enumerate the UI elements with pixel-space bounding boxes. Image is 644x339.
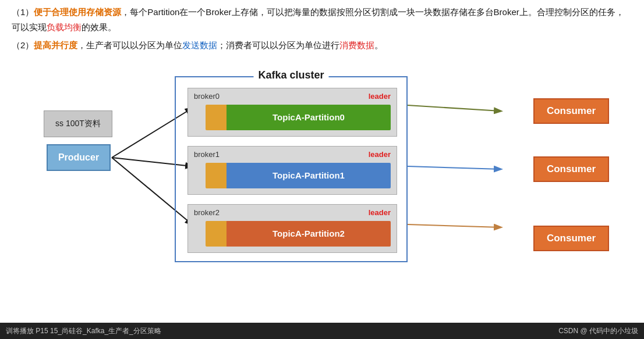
partition-box-1: TopicA-Partition1 — [206, 163, 391, 188]
para1-highlight2: 负载均衡 — [47, 22, 82, 32]
svg-line-4 — [408, 166, 501, 169]
para1-suffix: 的效果。 — [82, 22, 116, 32]
broker0-label: broker0 — [194, 92, 220, 101]
bottom-bar-right-text: CSDN @ 代码中的小垃圾 — [558, 326, 638, 336]
broker0-leader: leader — [369, 92, 391, 101]
paragraph-2: （2）提高并行度，生产者可以以分区为单位发送数据；消费者可以以分区为单位进行消费… — [12, 38, 632, 53]
partition1-icon — [206, 163, 227, 188]
para2-mid: ；消费者可以以分区为单位进行 — [217, 40, 339, 50]
para2-highlight1: 提高并行度 — [34, 40, 77, 50]
broker-box-2: broker2 leader TopicA-Partition2 — [187, 204, 397, 253]
consumer-box-2: Consumer — [533, 226, 609, 251]
partition1-label: TopicA-Partition1 — [227, 163, 391, 188]
partition0-label: TopicA-Partition0 — [227, 105, 391, 130]
consumer-box-0: Consumer — [533, 98, 609, 124]
broker2-leader: leader — [369, 208, 391, 217]
partition2-label: TopicA-Partition2 — [227, 221, 391, 247]
para1-highlight1: 便于合理使用存储资源 — [34, 7, 121, 17]
broker1-label: broker1 — [194, 150, 220, 159]
broker1-leader: leader — [369, 150, 391, 159]
page-container: （1）便于合理使用存储资源，每个Partition在一个Broker上存储，可以… — [0, 0, 644, 339]
para1-prefix: （1） — [12, 7, 34, 17]
bottom-bar: 训将播放 P15 15_尚硅谷_Kafka_生产者_分区策略 CSDN @ 代码… — [0, 323, 644, 339]
para2-prefix: （2） — [12, 40, 34, 50]
consumer-box-1: Consumer — [533, 156, 609, 182]
partition-box-2: TopicA-Partition2 — [206, 221, 391, 247]
para2-highlight2: 发送数据 — [182, 40, 217, 50]
broker2-label: broker2 — [194, 208, 220, 217]
ss-label: ss 100T资料 — [44, 110, 112, 137]
diagram-area: ss 100T资料 Producer Kafka cluster broker0… — [12, 60, 632, 275]
para2-body: ，生产者可以以分区为单位 — [77, 40, 182, 50]
broker-box-1: broker1 leader TopicA-Partition1 — [187, 146, 397, 195]
para2-suffix: 。 — [374, 40, 383, 50]
partition-box-0: TopicA-Partition0 — [206, 105, 391, 130]
para2-highlight3: 消费数据 — [339, 40, 374, 50]
partition0-icon — [206, 105, 227, 130]
paragraph-1: （1）便于合理使用存储资源，每个Partition在一个Broker上存储，可以… — [12, 5, 632, 34]
bottom-bar-left-text: 训将播放 P15 15_尚硅谷_Kafka_生产者_分区策略 — [6, 326, 161, 336]
kafka-cluster: Kafka cluster broker0 leader TopicA-Part… — [175, 76, 408, 262]
kafka-cluster-title: Kafka cluster — [253, 69, 328, 81]
producer-box: Producer — [47, 144, 111, 171]
svg-line-5 — [408, 224, 501, 227]
partition2-icon — [206, 221, 227, 247]
svg-line-3 — [408, 105, 501, 111]
broker-box-0: broker0 leader TopicA-Partition0 — [187, 88, 397, 137]
